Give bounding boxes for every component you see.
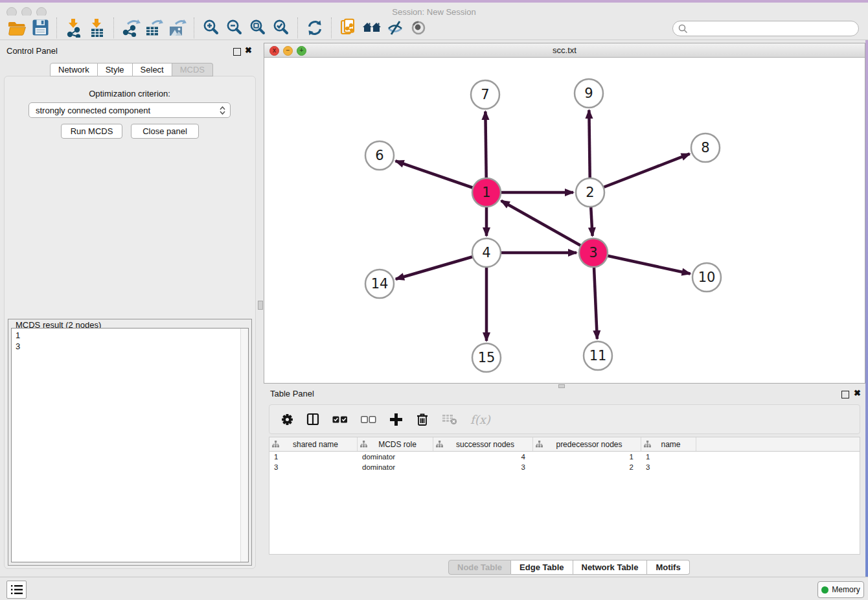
column-header-successor-nodes[interactable]: successor nodes (433, 437, 533, 451)
graph-node-label: 3 (589, 245, 597, 260)
export-table-button[interactable] (143, 17, 166, 39)
network-minimize-icon[interactable]: − (283, 46, 293, 56)
cell[interactable]: 3 (269, 462, 358, 472)
graph-node-14[interactable]: 14 (365, 270, 394, 298)
network-zoom-icon[interactable]: + (297, 46, 306, 56)
column-header-MCDS-role[interactable]: MCDS role (358, 437, 433, 451)
fx-icon: f(x) (470, 413, 490, 426)
cell[interactable]: dominator (358, 452, 433, 462)
control-panel-close-icon[interactable]: ✖ (245, 47, 252, 54)
create-column-button[interactable] (389, 413, 403, 426)
tab-network-table[interactable]: Network Table (573, 560, 648, 575)
table-panel-close-icon[interactable]: ✖ (854, 389, 861, 397)
houses-button[interactable] (360, 17, 383, 39)
vertical-splitter-grip[interactable] (258, 301, 263, 310)
run-mcds-button[interactable]: Run MCDS (61, 124, 122, 139)
toolbar-separator (331, 17, 332, 38)
cell[interactable]: 3 (433, 462, 533, 472)
zoom-out-button[interactable] (223, 17, 246, 39)
network-canvas[interactable]: 7968124314101511 (264, 57, 865, 383)
graph-node-9[interactable]: 9 (575, 79, 603, 108)
import-network-button[interactable] (62, 17, 86, 39)
graph-node-7[interactable]: 7 (471, 80, 499, 109)
graph-node-6[interactable]: 6 (365, 141, 394, 170)
graph-node-4[interactable]: 4 (472, 238, 501, 267)
desktop-strip-right (865, 0, 868, 600)
network-window-traffic-lights[interactable]: x − + (269, 46, 310, 56)
close-panel-button[interactable]: Close panel (131, 124, 199, 139)
eye-button[interactable] (407, 17, 430, 39)
deselect-all-columns-button[interactable] (361, 416, 376, 423)
search-input[interactable] (691, 23, 858, 34)
table-body: 1dominator4113dominator323 (269, 452, 860, 472)
search-field[interactable] (672, 21, 859, 36)
open-session-button[interactable] (5, 17, 29, 39)
tab-style[interactable]: Style (98, 63, 133, 76)
mcds-result-scrollbar[interactable] (240, 329, 248, 562)
table-row-1[interactable]: 1dominator411 (269, 452, 860, 462)
import-table-button[interactable] (86, 17, 109, 39)
plus-icon (389, 413, 403, 426)
tab-node-table[interactable]: Node Table (448, 560, 511, 575)
delete-column-button[interactable] (416, 412, 429, 426)
graph-edge-3-1[interactable] (501, 201, 593, 253)
cell[interactable]: 1 (641, 452, 696, 462)
refresh-icon (306, 19, 324, 37)
cell[interactable]: 3 (641, 462, 696, 472)
save-session-button[interactable] (29, 17, 52, 39)
copy-network-button[interactable] (337, 17, 360, 39)
cell[interactable]: 1 (269, 452, 358, 462)
tab-edge-table[interactable]: Edge Table (511, 560, 573, 575)
criterion-dropdown[interactable]: strongly connected component (29, 102, 231, 118)
memory-label: Memory (832, 585, 860, 594)
dropdown-stepper-icon (220, 106, 225, 115)
table-panel-float-icon[interactable] (841, 391, 849, 398)
table-settings-button[interactable] (281, 413, 293, 426)
graph-node-label: 11 (589, 348, 607, 363)
toolbar-separator (113, 17, 115, 38)
task-history-button[interactable] (6, 581, 27, 599)
graph-node-label: 14 (371, 276, 389, 292)
graph-node-8[interactable]: 8 (691, 133, 720, 162)
graph-edge-2-8[interactable] (590, 154, 690, 192)
graph-node-3[interactable]: 3 (579, 238, 608, 267)
graph-node-11[interactable]: 11 (584, 341, 612, 370)
horizontal-splitter-grip[interactable] (558, 384, 565, 388)
toggle-column-view-button[interactable] (306, 413, 319, 426)
hide-details-button[interactable] (383, 17, 407, 39)
zoom-fit-button[interactable] (246, 17, 269, 39)
refresh-layout-button[interactable] (303, 17, 326, 39)
table-panel-tabs: Node TableEdge TableNetwork TableMotifs (448, 560, 690, 575)
network-window-titlebar: x − + scc.txt (264, 43, 865, 58)
cell[interactable]: dominator (358, 462, 433, 472)
mcds-result-text[interactable]: 1 3 (11, 328, 249, 562)
tab-mcds[interactable]: MCDS (172, 63, 213, 76)
houses-icon (361, 19, 382, 36)
cell[interactable]: 4 (433, 452, 533, 462)
column-header-name[interactable]: name (641, 437, 696, 451)
unchecked-boxes-icon (361, 416, 376, 423)
zoom-selected-button[interactable] (269, 17, 293, 39)
network-close-icon[interactable]: x (269, 46, 279, 56)
graph-node-2[interactable]: 2 (576, 178, 604, 207)
table-row-2[interactable]: 3dominator323 (269, 462, 860, 472)
memory-button[interactable]: Memory (817, 581, 864, 598)
cell[interactable]: 2 (533, 462, 641, 472)
columns-icon (306, 413, 319, 426)
select-all-columns-button[interactable] (332, 416, 348, 423)
control-panel-float-icon[interactable] (233, 48, 241, 56)
function-builder-button-disabled: f(x) (470, 413, 490, 426)
column-header-predecessor-nodes[interactable]: predecessor nodes (533, 437, 641, 451)
graph-node-1[interactable]: 1 (472, 178, 501, 207)
graph-node-label: 2 (586, 185, 594, 200)
tab-motifs[interactable]: Motifs (647, 560, 689, 575)
zoom-in-button[interactable] (200, 17, 223, 39)
cell[interactable]: 1 (533, 452, 641, 462)
graph-node-10[interactable]: 10 (692, 263, 721, 292)
export-image-button[interactable] (166, 17, 189, 39)
column-header-shared-name[interactable]: shared name (269, 437, 358, 451)
graph-node-15[interactable]: 15 (472, 343, 501, 372)
tab-network[interactable]: Network (50, 63, 98, 76)
tab-select[interactable]: Select (133, 63, 172, 76)
export-network-button[interactable] (119, 17, 143, 39)
